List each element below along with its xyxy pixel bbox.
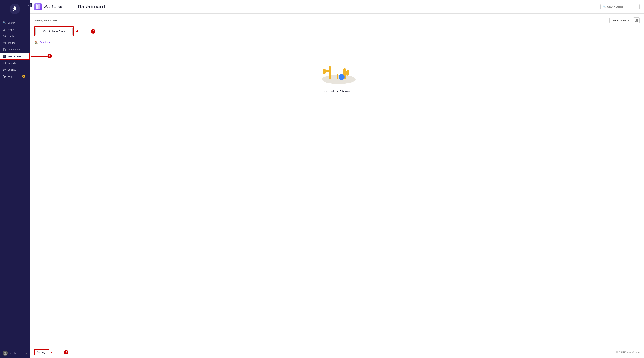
- sidebar-label-media: Media: [8, 35, 27, 38]
- documents-icon: [2, 48, 6, 51]
- home-icon: 🏠: [34, 40, 38, 44]
- create-btn-border: Create New Story: [34, 26, 74, 36]
- svg-rect-25: [636, 20, 638, 21]
- sidebar-item-images[interactable]: Images: [0, 39, 30, 46]
- sidebar-item-pages[interactable]: Pages ›: [0, 26, 30, 33]
- empty-state-text: Start telling Stories.: [322, 89, 352, 93]
- avatar: [2, 351, 8, 356]
- sort-select[interactable]: Last Modified Date Created Name: [609, 18, 631, 23]
- media-icon: [2, 34, 6, 38]
- main-content: Web Stories Dashboard 🔍 Viewing all 0 st…: [30, 0, 644, 358]
- footer-chevron-icon: ∧: [26, 352, 27, 355]
- topbar-logo: Web Stories: [34, 3, 62, 10]
- svg-rect-12: [5, 55, 6, 57]
- svg-rect-33: [346, 70, 349, 76]
- svg-marker-7: [4, 35, 5, 37]
- settings-icon: [2, 68, 6, 71]
- help-icon: ?: [2, 75, 6, 78]
- svg-point-19: [4, 354, 6, 355]
- sidebar-item-search[interactable]: 🔍 Search: [0, 19, 30, 26]
- images-icon: [2, 41, 6, 44]
- sidebar-item-help[interactable]: ? Help 2 ›: [0, 73, 30, 80]
- sidebar-label-images: Images: [8, 41, 27, 44]
- arrow-head-2: [76, 30, 78, 32]
- sidebar-logo: [0, 0, 30, 18]
- svg-point-15: [4, 69, 5, 70]
- annotation-arrow-3: [51, 352, 64, 353]
- empty-state: Start telling Stories.: [34, 44, 640, 104]
- logo-bird-icon: [11, 5, 19, 13]
- sidebar-navigation: 🔍 Search Pages › Media Images: [0, 18, 30, 348]
- sidebar-label-reports: Reports: [8, 62, 25, 64]
- settings-section: Settings 3: [34, 349, 68, 355]
- desert-svg: [314, 55, 359, 85]
- search-icon: 🔍: [603, 5, 606, 8]
- svg-rect-8: [3, 42, 6, 44]
- sidebar-collapse-button[interactable]: ←|: [27, 3, 32, 7]
- create-new-story-button[interactable]: Create New Story: [36, 27, 73, 35]
- settings-chevron-icon: ›: [27, 69, 27, 71]
- sidebar-label-web-stories: Web Stories: [8, 55, 27, 58]
- svg-rect-24: [635, 20, 636, 21]
- sidebar-label-search: Search: [8, 21, 27, 24]
- divider: [68, 3, 68, 10]
- annotation-circle-2: 2: [91, 29, 96, 33]
- dashboard-controls: Viewing all 0 stories Last Modified Date…: [34, 17, 640, 23]
- sidebar-item-web-stories[interactable]: Web Stories: [0, 53, 30, 60]
- svg-point-4: [14, 7, 15, 7]
- sort-controls: Last Modified Date Created Name: [609, 17, 640, 23]
- sidebar-label-pages: Pages: [8, 28, 25, 31]
- svg-rect-23: [636, 19, 638, 20]
- arrow-head-3: [51, 351, 52, 353]
- footer-copyright: © 2023 Google Version: [616, 351, 640, 354]
- search-input[interactable]: [607, 5, 637, 8]
- bottom-bar: Settings 3 © 2023 Google Version: [30, 346, 644, 358]
- svg-rect-28: [325, 70, 330, 72]
- web-stories-logo-icon: [34, 3, 42, 10]
- sidebar-item-documents[interactable]: Documents: [0, 46, 30, 53]
- help-chevron-icon: ›: [27, 75, 27, 77]
- sidebar-item-reports[interactable]: Reports ›: [0, 60, 30, 66]
- sidebar-label-settings: Settings: [8, 68, 25, 71]
- svg-rect-22: [635, 19, 636, 20]
- svg-point-34: [338, 74, 344, 80]
- page-title: Dashboard: [78, 4, 105, 10]
- chevron-right-icon: ›: [27, 28, 27, 30]
- grid-view-button[interactable]: [633, 17, 640, 23]
- user-name: admin: [9, 352, 16, 355]
- annotation-3: 3: [51, 350, 68, 355]
- svg-text:?: ?: [4, 76, 5, 77]
- sidebar-item-settings[interactable]: Settings ›: [0, 66, 30, 73]
- create-story-section: Create New Story 2: [34, 26, 96, 36]
- logo-circle: [10, 4, 20, 14]
- sidebar-item-media[interactable]: Media: [0, 33, 30, 39]
- annotation-2: 2: [76, 29, 96, 33]
- search-icon: 🔍: [2, 21, 6, 24]
- breadcrumb: 🏠 Dashboard: [34, 40, 640, 44]
- topbar: Web Stories Dashboard 🔍: [30, 0, 644, 13]
- svg-point-14: [4, 63, 5, 63]
- sidebar: ←| 🔍 Search: [0, 0, 30, 358]
- dashboard-area: Viewing all 0 stories Last Modified Date…: [30, 13, 644, 346]
- web-stories-icon: [2, 54, 6, 58]
- svg-rect-20: [36, 4, 38, 9]
- breadcrumb-label[interactable]: Dashboard: [40, 41, 52, 43]
- svg-rect-11: [3, 55, 4, 57]
- pages-icon: [2, 28, 6, 31]
- reports-icon: [2, 61, 6, 65]
- settings-button[interactable]: Settings: [35, 350, 48, 354]
- svg-rect-21: [38, 4, 40, 9]
- sidebar-label-documents: Documents: [8, 48, 27, 51]
- sidebar-footer-user[interactable]: admin ∧: [0, 348, 30, 358]
- settings-btn-border: Settings: [34, 349, 49, 355]
- svg-rect-30: [337, 74, 338, 79]
- help-badge: 2: [22, 75, 25, 78]
- search-box[interactable]: 🔍: [600, 4, 640, 9]
- sidebar-label-help: Help: [8, 75, 21, 78]
- svg-rect-29: [323, 68, 326, 74]
- viewing-count-text: Viewing all 0 stories: [34, 19, 58, 22]
- desert-illustration: [314, 55, 359, 86]
- svg-point-18: [4, 352, 6, 354]
- annotation-circle-3: 3: [64, 350, 68, 355]
- reports-chevron-icon: ›: [27, 62, 27, 64]
